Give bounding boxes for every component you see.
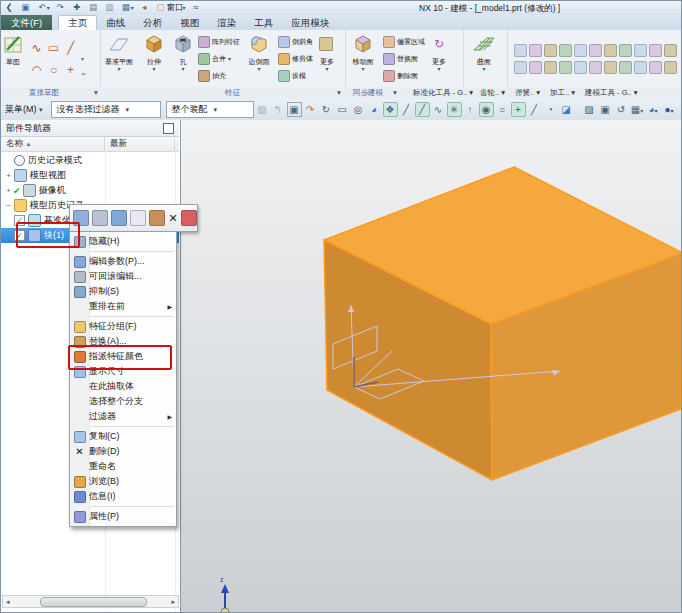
unite-button[interactable]: 合并 ▾ bbox=[198, 52, 240, 66]
gc-tool-icon[interactable] bbox=[604, 61, 617, 74]
move-face-button[interactable]: 移动面▾ bbox=[345, 30, 381, 87]
window-menu-label[interactable]: 窗口 bbox=[166, 2, 183, 12]
tab-tools[interactable]: 工具 bbox=[245, 16, 282, 30]
menu-item-filter[interactable]: 过滤器▶ bbox=[70, 409, 176, 424]
gc-tool-icon[interactable] bbox=[619, 61, 632, 74]
repeat-command-icon[interactable]: ◂ bbox=[138, 2, 150, 13]
suppress-icon[interactable] bbox=[111, 210, 127, 226]
rectangle-select-icon[interactable]: ▭ bbox=[335, 102, 350, 117]
menu-item-show-dimensions[interactable]: 显示尺寸 bbox=[70, 364, 176, 379]
shell-button[interactable]: 抽壳 bbox=[198, 69, 240, 83]
chamfer-button[interactable]: 倒斜角 bbox=[278, 35, 313, 49]
horizontal-scrollbar[interactable]: ◂ ▸ bbox=[2, 595, 179, 608]
studio-spline-icon[interactable]: ∿ bbox=[28, 37, 45, 59]
tab-view[interactable]: 视图 bbox=[171, 16, 208, 30]
tab-analysis[interactable]: 分析 bbox=[134, 16, 171, 30]
snap-point-on-surface-icon[interactable]: ╱ bbox=[527, 102, 542, 117]
expand-icon[interactable]: + bbox=[4, 171, 13, 180]
show-hide-icon[interactable]: ▨ bbox=[582, 102, 597, 117]
qat-customize-icon[interactable]: ≂ bbox=[190, 2, 202, 13]
menu-item-hide[interactable]: 隐藏(H) bbox=[70, 234, 176, 249]
menu-item-rollback-edit[interactable]: 可回滚编辑... bbox=[70, 269, 176, 284]
menu-item-suppress[interactable]: 抑制(S) bbox=[70, 284, 176, 299]
circle-select-icon[interactable]: ◎ bbox=[351, 102, 366, 117]
replace-face-button[interactable]: 替换面 bbox=[383, 52, 425, 66]
menu-item-delete[interactable]: ✕删除(D) bbox=[70, 444, 176, 459]
feature-more-button[interactable]: 更多▾ bbox=[315, 30, 339, 87]
gc-tool-icon[interactable] bbox=[544, 61, 557, 74]
menu-item-assign-feature-color[interactable]: 指派特征颜色 bbox=[70, 349, 176, 364]
gc-dropdown-machining[interactable]: 加工.. ▾ bbox=[550, 88, 575, 98]
menu-item-select-branch[interactable]: 选择整个分支 bbox=[70, 394, 176, 409]
snap-point-enable-icon[interactable]: ❖ bbox=[383, 102, 398, 117]
paste-icon[interactable]: ▥ bbox=[103, 2, 115, 13]
checkbox-checked-icon[interactable]: ✓ bbox=[14, 215, 25, 226]
surface-button[interactable]: 曲面▾ bbox=[463, 30, 505, 87]
feature-dialog-launcher[interactable]: ▾ bbox=[337, 88, 341, 97]
line-icon[interactable]: ╱ bbox=[62, 37, 79, 59]
menu-item-information[interactable]: 信息(I) bbox=[70, 489, 176, 504]
tab-curve[interactable]: 曲线 bbox=[97, 16, 134, 30]
panel-float-icon[interactable] bbox=[163, 123, 174, 134]
menu-item-browse[interactable]: 浏览(B) bbox=[70, 474, 176, 489]
immersive-view-icon[interactable]: ▣ bbox=[598, 102, 613, 117]
pattern-feature-button[interactable]: 阵列特征 bbox=[198, 35, 240, 49]
fence-select-icon[interactable]: ▣ bbox=[287, 102, 302, 117]
copy-icon[interactable]: ▤ bbox=[87, 2, 99, 13]
gc-tool-icon[interactable] bbox=[529, 44, 542, 57]
gc-tool-icon[interactable] bbox=[514, 61, 527, 74]
gc-tool-icon[interactable] bbox=[649, 61, 662, 74]
gc-tool-icon[interactable] bbox=[634, 44, 647, 57]
menu-item-edit-parameters[interactable]: 编辑参数(P)... bbox=[70, 254, 176, 269]
redo-select-icon[interactable]: ↷ bbox=[303, 102, 318, 117]
interior-selection-icon[interactable]: ↰ bbox=[271, 102, 286, 117]
tree-row-model-views[interactable]: + 模型视图 bbox=[1, 168, 179, 183]
scrollbar-thumb[interactable] bbox=[40, 597, 147, 607]
gc-dropdown-standard-tools[interactable]: 标准化工具 - G.. ▾ bbox=[413, 88, 473, 98]
tab-application[interactable]: 应用模块 bbox=[282, 16, 338, 30]
arc-icon[interactable]: ◠ bbox=[28, 59, 45, 81]
menu-item-replace[interactable]: 替换(A)... bbox=[70, 334, 176, 349]
edit-parameters-icon[interactable] bbox=[73, 210, 89, 226]
snap-intersection-icon[interactable]: ✳ bbox=[447, 102, 462, 117]
scroll-right-icon[interactable]: ▸ bbox=[171, 598, 175, 606]
snap-point-on-curve-icon[interactable]: + bbox=[511, 102, 526, 117]
delete-face-button[interactable]: 删除面 bbox=[383, 69, 425, 83]
menu-item-copy[interactable]: 复制(C) bbox=[70, 429, 176, 444]
menu-item-extract-here[interactable]: 在此抽取体 bbox=[70, 379, 176, 394]
undo-dropdown-icon[interactable]: ▾ bbox=[47, 4, 50, 11]
snap-quadrant-icon[interactable]: ◉ bbox=[479, 102, 494, 117]
snap-existing-point-icon[interactable]: ○ bbox=[495, 102, 510, 117]
gc-tool-icon[interactable] bbox=[604, 44, 617, 57]
gc-tool-icon[interactable] bbox=[589, 44, 602, 57]
menu-item-rename[interactable]: 重命名 bbox=[70, 459, 176, 474]
direct-sketch-dialog-launcher[interactable]: ▾ bbox=[94, 88, 98, 97]
sync-more-button[interactable]: ↻ 更多▾ bbox=[427, 30, 451, 87]
gc-dropdown-gear[interactable]: 齿轮.. ▾ bbox=[480, 88, 505, 98]
window-layout-icon[interactable]: ▦▾ bbox=[630, 102, 645, 117]
save-icon[interactable]: ▣ bbox=[19, 2, 31, 13]
edge-blend-button[interactable]: 边倒圆▾ bbox=[242, 30, 276, 87]
gc-tool-icon[interactable] bbox=[514, 44, 527, 57]
tree-row-history-mode[interactable]: 历史记录模式 bbox=[1, 153, 179, 168]
menu-item-properties[interactable]: 属性(P) bbox=[70, 509, 176, 524]
snap-arc-center-icon[interactable]: ↑ bbox=[463, 102, 478, 117]
refresh-icon[interactable]: ↺ bbox=[614, 102, 629, 117]
highlight-related-icon[interactable]: ▧ bbox=[255, 102, 270, 117]
more-tools-icon[interactable] bbox=[181, 210, 197, 226]
sketch-button[interactable]: 草图 bbox=[1, 30, 25, 87]
menu-item-reorder-before[interactable]: 重排在前▶ bbox=[70, 299, 176, 314]
delete-icon[interactable]: ✕ bbox=[168, 211, 178, 225]
tree-row-cameras[interactable]: + ✔ 摄像机 bbox=[1, 183, 179, 198]
rectangle-icon[interactable]: ▭ bbox=[45, 37, 62, 59]
gc-tool-icon[interactable] bbox=[634, 61, 647, 74]
tab-file[interactable]: 文件(F) bbox=[1, 15, 52, 30]
make-current-feature-icon[interactable] bbox=[130, 210, 146, 226]
hole-button[interactable]: 孔▾ bbox=[170, 30, 196, 87]
selection-filter-dropdown[interactable]: 没有选择过滤器▾ bbox=[51, 101, 161, 118]
extrude-button[interactable]: 拉伸▾ bbox=[138, 30, 170, 87]
circle-icon[interactable]: ○ bbox=[45, 59, 62, 81]
datum-plane-button[interactable]: 基准平面▾ bbox=[100, 30, 138, 87]
cut-icon[interactable]: ✚ bbox=[71, 2, 83, 13]
gc-tool-icon[interactable] bbox=[589, 61, 602, 74]
